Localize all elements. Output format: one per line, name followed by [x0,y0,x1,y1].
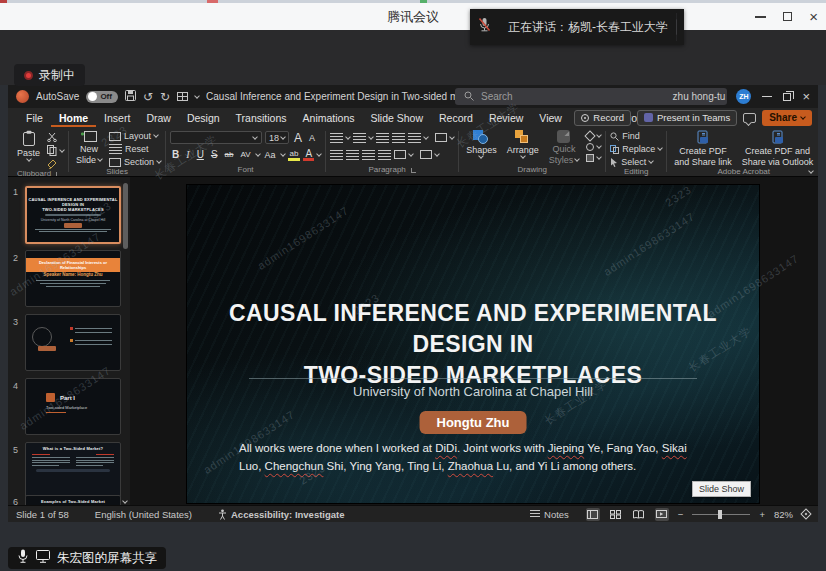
line-spacing-icon[interactable] [408,133,421,143]
slide-thumbnail-5[interactable]: What is a Two-Sided Market? [25,442,121,498]
tab-review[interactable]: Review [481,108,531,127]
normal-view-icon[interactable] [586,508,600,521]
highlight-color-button[interactable]: ab [288,149,301,161]
font-name-select[interactable] [170,131,262,144]
arrange-button[interactable]: Arrange [504,130,542,158]
meeting-maximize-button[interactable] [783,12,792,21]
notes-button[interactable]: Notes [530,509,569,520]
section-button[interactable]: Section [109,157,161,167]
bold-button[interactable]: B [170,149,181,160]
slideshow-view-icon[interactable] [655,508,669,521]
slide-thumbnail-6[interactable]: Examples of Two-Sided Market [25,495,121,505]
decrease-indent-icon[interactable] [376,133,389,143]
ribbon: Paste [8,127,818,177]
create-pdf-share-link-button[interactable]: Create PDF and Share link [671,130,735,167]
screen-share-icon[interactable] [36,550,50,566]
reading-view-icon[interactable] [632,508,646,521]
shrink-font-button[interactable]: A [307,133,317,143]
character-spacing-button[interactable]: AV [238,150,252,159]
language-status[interactable]: English (United States) [95,509,192,520]
text-direction-icon[interactable] [435,133,447,142]
clear-formatting-button[interactable]: ab [223,150,236,159]
ppt-close-button[interactable]: × [802,90,810,103]
dialog-launcher-icon[interactable] [411,168,416,173]
numbering-icon[interactable] [353,133,366,143]
align-right-icon[interactable] [362,150,375,160]
zoom-level[interactable]: 82% [774,509,793,520]
replace-button[interactable]: Replace [610,144,662,154]
tab-file[interactable]: File [18,108,51,127]
zoom-slider[interactable] [692,514,750,515]
present-in-teams-button[interactable]: Present in Teams [637,110,737,126]
ppt-minimize-button[interactable] [762,96,772,98]
grow-font-button[interactable]: A [292,131,304,145]
cut-button[interactable] [47,132,57,142]
tab-slide-show[interactable]: Slide Show [363,108,432,127]
tab-animations[interactable]: Animations [295,108,363,127]
slideshow-from-start-icon[interactable] [177,92,188,101]
record-button[interactable]: Record [574,110,631,126]
shapes-button[interactable]: Shapes [463,130,500,158]
slide-thumbnail-1[interactable]: CAUSAL INFERENCE AND EXPERIMENTAL DESIGN… [25,186,121,244]
zoom-slider-knob[interactable] [718,510,722,519]
slide-sorter-icon[interactable] [609,508,623,521]
font-color-button[interactable]: A [303,149,314,161]
shape-fill-button[interactable] [586,132,601,140]
slide-thumbnail-3[interactable] [25,314,121,371]
account-avatar[interactable]: ZH [736,89,751,104]
undo-icon[interactable]: ↺ [143,91,153,103]
meeting-close-button[interactable]: × [809,9,818,24]
slide-thumbnail-4[interactable]: Part I Two-sided Marketplace [25,378,121,435]
save-icon[interactable] [125,90,136,103]
zoom-in-icon[interactable]: + [759,509,765,520]
align-center-icon[interactable] [346,150,359,160]
font-size-select[interactable]: 18 [265,131,289,144]
accessibility-status[interactable]: Accessibility: Investigate [218,509,345,520]
increase-indent-icon[interactable] [392,133,405,143]
redo-icon[interactable]: ↻ [160,91,170,103]
paste-button[interactable]: Paste [14,130,43,161]
select-button[interactable]: Select [610,157,653,167]
underline-button[interactable]: U [195,149,206,160]
reset-button[interactable]: Reset [109,144,149,154]
tab-design[interactable]: Design [179,108,228,127]
meeting-minimize-button[interactable] [755,16,766,18]
tab-home[interactable]: Home [51,108,96,127]
smartart-icon[interactable] [420,150,432,159]
shape-effects-button[interactable] [586,154,601,162]
quick-access-caret-icon[interactable] [194,93,200,99]
bullets-icon[interactable] [330,133,343,143]
new-slide-button[interactable]: New Slide [73,130,105,165]
quick-styles-button[interactable]: Quick Styles [546,130,583,165]
change-case-button[interactable]: Aa [263,150,278,160]
tab-draw[interactable]: Draw [138,108,179,127]
scroll-down-icon[interactable] [122,498,128,504]
zoom-out-icon[interactable]: − [678,509,684,520]
shapes-icon [473,130,489,144]
create-pdf-outlook-button[interactable]: Create PDF and Share via Outlook [739,130,817,167]
tab-record[interactable]: Record [431,108,481,127]
thumbnail-scrollbar[interactable] [123,183,128,249]
layout-button[interactable]: Layout [109,131,158,141]
format-painter-button[interactable] [47,159,57,169]
strikethrough-button[interactable]: S [209,149,220,160]
italic-button[interactable]: I [184,149,191,160]
columns-icon[interactable] [394,150,406,159]
account-name[interactable]: zhu hong-tu [673,91,726,102]
comments-icon[interactable] [743,113,756,123]
autosave-toggle[interactable]: Off [86,91,118,103]
share-button[interactable]: Share [762,110,812,126]
copy-button[interactable] [47,145,64,156]
tab-insert[interactable]: Insert [96,108,138,127]
justify-icon[interactable] [378,150,391,160]
ppt-restore-button[interactable] [783,93,791,101]
mic-icon[interactable] [17,549,29,567]
align-left-icon[interactable] [330,150,343,160]
find-button[interactable]: Find [610,131,640,141]
slide-canvas[interactable]: CAUSAL INFERENCE AND EXPERIMENTAL DESIGN… [187,185,759,503]
tab-transitions[interactable]: Transitions [228,108,295,127]
slide-thumbnail-2[interactable]: Declaration of Financial Interests or Re… [25,250,121,307]
tab-view[interactable]: View [531,108,570,127]
shape-outline-button[interactable] [586,143,601,151]
fit-slide-icon[interactable] [800,508,811,519]
